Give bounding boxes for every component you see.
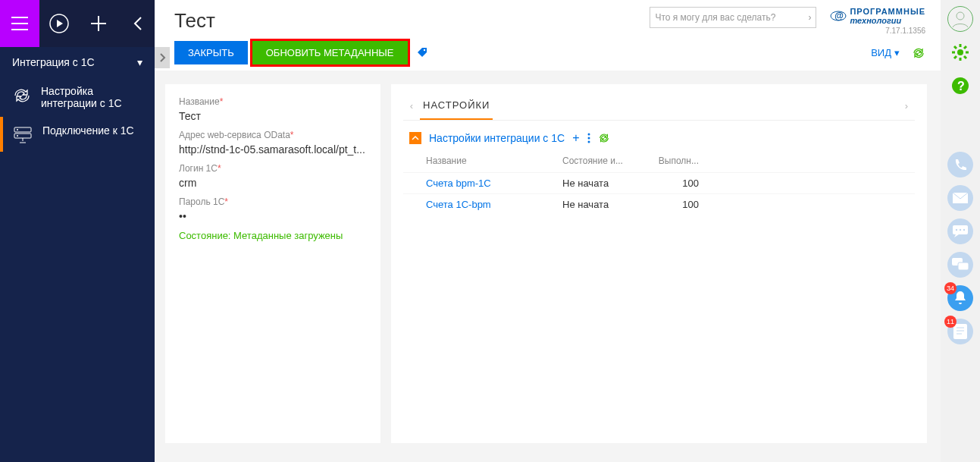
mail-button[interactable] <box>947 185 973 211</box>
gear-icon <box>950 42 970 62</box>
profile-button[interactable] <box>947 6 973 32</box>
sidebar-item-label: Подключение к 1С <box>42 124 134 137</box>
right-rail: ? 34 11 <box>941 0 980 462</box>
col-header-exec[interactable]: Выполн... <box>638 156 699 166</box>
sidebar-section-header[interactable]: Интеграция с 1С ▾ <box>0 47 155 77</box>
search-placeholder: Что я могу для вас сделать? <box>655 12 775 23</box>
brand-logo: @ ПРОГРАММНЫЕ технологии 7.17.1.1356 <box>830 7 925 35</box>
messages-icon <box>952 258 969 272</box>
feed-badge: 11 <box>944 316 957 328</box>
phone-icon <box>953 158 967 171</box>
hamburger-icon <box>11 17 28 30</box>
svg-point-7 <box>423 49 424 50</box>
row-name-link[interactable]: Счета bpm-1C <box>426 178 562 189</box>
svg-text:?: ? <box>957 80 965 93</box>
svg-point-19 <box>963 229 965 231</box>
svg-point-11 <box>957 12 964 20</box>
chat-icon <box>953 225 968 237</box>
logo-text-bottom: технологии <box>850 16 925 25</box>
detail-grid: Название Состояние и... Выполн... Счета … <box>403 152 915 215</box>
back-button[interactable] <box>118 0 158 47</box>
sidebar-item-integration-settings[interactable]: Настройка интеграции с 1С <box>0 77 155 117</box>
collapse-toggle[interactable] <box>409 132 421 144</box>
main-header: Тест Что я могу для вас сделать? › @ ПРО… <box>155 0 941 71</box>
detail-title[interactable]: Настройки интеграции с 1С <box>429 132 565 144</box>
svg-point-4 <box>17 135 18 137</box>
notification-badge: 34 <box>944 282 957 294</box>
chevron-up-icon <box>412 135 419 141</box>
row-exec: 100 <box>638 199 699 210</box>
table-row[interactable]: Счета 1C-bpm Не начата 100 <box>403 193 915 215</box>
sidebar-item-connection[interactable]: Подключение к 1С <box>0 117 155 152</box>
chevron-right-icon <box>158 52 166 63</box>
server-icon <box>12 124 33 144</box>
svg-point-10 <box>587 141 590 143</box>
bell-icon <box>953 291 967 306</box>
refresh-metadata-button[interactable]: ОБНОВИТЬ МЕТАДАННЫЕ <box>252 41 408 64</box>
mail-icon <box>953 193 968 203</box>
sidebar: Интеграция с 1С ▾ Настройка интеграции с… <box>0 47 155 462</box>
chevron-down-icon: ▾ <box>894 47 900 58</box>
view-dropdown[interactable]: ВИД ▾ <box>871 47 900 58</box>
col-header-state[interactable]: Состояние и... <box>562 156 638 166</box>
notifications-button[interactable]: 34 <box>947 285 973 311</box>
run-button[interactable] <box>39 0 79 47</box>
chevron-down-icon: ▾ <box>137 56 142 68</box>
plus-icon <box>91 16 106 31</box>
search-input[interactable]: Что я могу для вас сделать? › <box>650 7 816 28</box>
tag-icon[interactable] <box>417 47 429 59</box>
help-icon: ? <box>951 77 969 95</box>
tab-next-button[interactable]: › <box>898 100 915 112</box>
form-card: Название* Тест Адрес web-сервиса OData* … <box>165 84 380 443</box>
play-circle-icon <box>49 13 70 34</box>
row-state: Не начата <box>562 199 638 210</box>
help-button[interactable]: ? <box>947 73 973 99</box>
svg-rect-22 <box>953 324 967 339</box>
menu-button[interactable] <box>0 0 39 47</box>
svg-point-17 <box>956 229 957 231</box>
svg-point-9 <box>587 137 590 140</box>
field-label-odata: Адрес web-сервиса OData* <box>179 130 367 140</box>
detail-refresh-button[interactable] <box>598 132 610 144</box>
tab-prev-button[interactable]: ‹ <box>403 100 420 112</box>
refresh-icon[interactable] <box>912 46 925 60</box>
tab-settings[interactable]: НАСТРОЙКИ <box>420 92 493 120</box>
status-text: Состояние: Метаданные загружены <box>179 230 367 241</box>
row-state: Не начата <box>562 178 638 189</box>
version-label: 7.17.1.1356 <box>885 27 925 35</box>
svg-point-18 <box>960 229 961 231</box>
svg-text:@: @ <box>834 11 844 21</box>
logo-text-top: ПРОГРАММНЫЕ <box>850 7 925 16</box>
svg-point-3 <box>17 129 18 130</box>
settings-button[interactable] <box>947 39 973 65</box>
field-value-login[interactable]: crm <box>179 177 367 189</box>
svg-point-8 <box>587 134 590 136</box>
detail-menu-button[interactable] <box>587 133 590 143</box>
feed-button[interactable]: 11 <box>947 319 973 344</box>
chat-button[interactable] <box>947 218 973 244</box>
sync-icon <box>12 85 32 103</box>
chevron-left-icon <box>133 16 143 31</box>
field-value-password[interactable]: •• <box>179 210 367 222</box>
table-row[interactable]: Счета bpm-1C Не начата 100 <box>403 172 915 193</box>
add-button[interactable] <box>79 0 118 47</box>
svg-point-12 <box>957 49 963 55</box>
chevron-right-icon: › <box>808 12 811 23</box>
note-icon <box>953 324 967 339</box>
page-title: Тест <box>174 9 215 33</box>
close-button[interactable]: ЗАКРЫТЬ <box>174 41 248 64</box>
field-value-odata[interactable]: http://stnd-1c-05.samarasoft.local/pt_t.… <box>179 143 367 156</box>
messages-button[interactable] <box>947 252 973 278</box>
field-label-login: Логин 1C* <box>179 163 367 174</box>
detail-card: ‹ НАСТРОЙКИ › Настройки интеграции с 1С … <box>391 84 927 443</box>
sidebar-collapse-button[interactable] <box>155 47 170 68</box>
row-name-link[interactable]: Счета 1C-bpm <box>426 199 562 210</box>
svg-rect-21 <box>958 262 969 270</box>
row-exec: 100 <box>638 178 699 189</box>
detail-add-button[interactable]: + <box>572 131 579 145</box>
sidebar-section-label: Интеграция с 1С <box>12 56 95 68</box>
col-header-name[interactable]: Название <box>426 156 562 166</box>
field-label-password: Пароль 1C* <box>179 196 367 207</box>
phone-button[interactable] <box>947 152 973 178</box>
field-value-name[interactable]: Тест <box>179 110 367 122</box>
